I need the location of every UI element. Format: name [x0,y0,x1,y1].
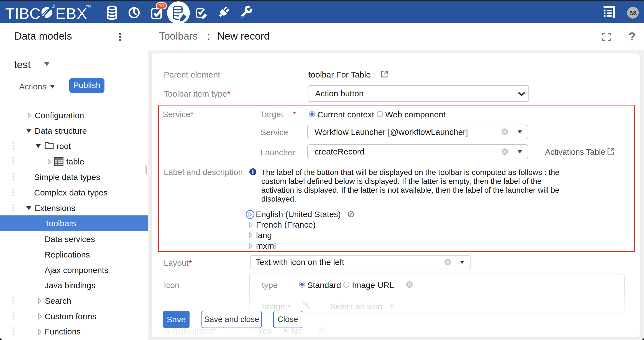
svg-text:R: R [53,5,54,7]
